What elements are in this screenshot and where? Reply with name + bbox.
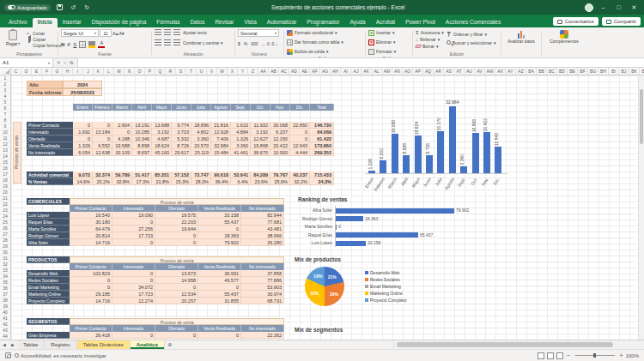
data-cell[interactable]: 6.552 — [93, 142, 112, 149]
data-cell[interactable]: 12.627 — [251, 135, 270, 142]
cell-styles-button[interactable]: Estilos de celda ▾ — [287, 48, 329, 55]
data-cell[interactable]: 52.641 — [231, 171, 251, 178]
col-header[interactable]: Venta Realizada — [198, 263, 241, 270]
prev-sheet-arrow[interactable]: ◀ — [0, 340, 9, 349]
data-cell[interactable]: 25,6% — [270, 178, 290, 185]
column-header[interactable]: BG — [588, 68, 598, 75]
row-header[interactable]: 16 — [0, 165, 10, 171]
column-header[interactable]: AC — [279, 68, 289, 75]
data-cell[interactable]: 24,3% — [310, 178, 334, 185]
data-cell[interactable]: 27.256 — [112, 226, 155, 232]
row-label[interactable]: Email Marketing — [27, 284, 70, 291]
data-cell[interactable]: 13.688 — [152, 122, 172, 129]
column-header[interactable]: D — [21, 68, 32, 75]
maximize-button[interactable]: □ — [613, 4, 624, 10]
minimize-button[interactable]: – — [598, 4, 609, 10]
ribbon-tab-ayuda[interactable]: Ayuda — [344, 18, 370, 28]
row-header[interactable]: 12 — [0, 141, 10, 147]
column-header[interactable]: M — [114, 68, 125, 75]
ribbon-tab-acciones-comerciales[interactable]: Acciones Comerciales — [440, 18, 506, 28]
column-header[interactable]: BA — [526, 68, 537, 75]
data-cell[interactable]: 1.326 — [73, 142, 93, 149]
data-cell[interactable]: 30.068 — [270, 122, 290, 129]
data-cell[interactable]: 146.730 — [310, 122, 334, 129]
data-cell[interactable]: 0 — [112, 129, 132, 135]
column-header[interactable]: L — [104, 68, 114, 75]
data-cell[interactable]: 15.484 — [211, 149, 231, 156]
process-header[interactable]: Proceso de venta — [70, 318, 284, 325]
share-button[interactable]: Compartir — [602, 17, 641, 26]
data-cell[interactable]: 36.991 — [198, 270, 241, 277]
data-cell[interactable]: 18.624 — [152, 142, 172, 149]
column-header[interactable]: BE — [568, 68, 578, 75]
column-header[interactable]: AQ — [423, 68, 434, 75]
decimal-icons[interactable]: ←.0 .0→ — [262, 41, 279, 46]
data-cell[interactable]: 14.716 — [70, 239, 112, 246]
column-header[interactable]: AH — [331, 68, 341, 75]
data-cell[interactable]: 36.670 — [251, 149, 270, 156]
column-header[interactable]: AS — [444, 68, 454, 75]
borders-icon[interactable] — [79, 41, 86, 48]
data-cell[interactable]: 22.203 — [155, 219, 198, 226]
column-header[interactable]: AK — [361, 68, 372, 75]
zoom-out-button[interactable]: − — [566, 352, 569, 359]
row-header[interactable]: 7 — [0, 111, 10, 117]
row-header[interactable]: 6 — [0, 105, 10, 111]
data-cell[interactable]: 12.943 — [290, 142, 310, 149]
row-header[interactable]: 10 — [0, 129, 10, 135]
data-cell[interactable]: 0 — [290, 129, 310, 135]
column-header[interactable]: AD — [289, 68, 300, 75]
month-header[interactable]: Sept. — [231, 104, 251, 111]
data-cell[interactable]: 4.802 — [191, 129, 211, 135]
month-header[interactable]: Nov. — [270, 104, 290, 111]
data-cell[interactable]: 28,3% — [191, 178, 211, 185]
data-cell[interactable]: 1.692 — [73, 129, 93, 135]
data-cell[interactable]: 0 — [198, 284, 241, 291]
page-break-view-icon[interactable] — [556, 352, 563, 359]
col-header[interactable]: Ofertado — [155, 205, 198, 212]
column-header[interactable]: BJ — [619, 68, 629, 75]
undo-icon[interactable]: ↺ — [69, 4, 78, 11]
column-header[interactable]: AE — [300, 68, 310, 75]
column-header[interactable]: BI — [609, 68, 619, 75]
spacer-cell[interactable] — [27, 325, 70, 332]
row-header[interactable]: 18 — [0, 177, 10, 184]
column-header[interactable]: S — [176, 68, 186, 75]
data-cell[interactable]: 18.363 — [198, 232, 241, 239]
data-cell[interactable]: 0 — [155, 232, 198, 239]
data-cell[interactable]: 8.898 — [132, 142, 152, 149]
month-header[interactable]: Junio — [172, 104, 191, 111]
paste-button[interactable]: Pegar▾ — [3, 29, 22, 47]
data-cell[interactable]: 6,4% — [231, 178, 251, 185]
data-cell[interactable]: 0 — [112, 239, 155, 246]
row-header[interactable]: 37 — [0, 292, 10, 298]
column-header[interactable]: AW — [485, 68, 495, 75]
add-sheet-button[interactable]: ⊕ — [165, 340, 175, 349]
data-cell[interactable]: 33.109 — [112, 149, 132, 156]
column-header[interactable]: H — [63, 68, 73, 75]
data-cell[interactable]: 20,2% — [93, 178, 112, 185]
row-header[interactable]: 9 — [0, 123, 10, 129]
row-header[interactable]: 35 — [0, 280, 10, 286]
data-cell[interactable]: 17.723 — [112, 291, 155, 298]
data-cell[interactable]: 9.774 — [172, 122, 191, 129]
fill-button[interactable]: ↓Rellenar ▾ — [416, 36, 444, 42]
data-cell[interactable]: 45.160 — [152, 149, 172, 156]
data-cell[interactable]: 15,3% — [172, 178, 191, 185]
spacer-cell[interactable] — [27, 205, 70, 212]
spacer-cell[interactable] — [27, 263, 70, 270]
conditional-formatting-button[interactable]: Formato condicional ▾ — [287, 29, 337, 36]
data-cell[interactable]: 0 — [290, 135, 310, 142]
column-header[interactable]: AI — [341, 68, 351, 75]
row-header[interactable]: 11 — [0, 135, 10, 141]
ribbon-tab-automatizar[interactable]: Automatizar — [262, 18, 302, 28]
data-cell[interactable]: 18.896 — [191, 122, 211, 129]
data-cell[interactable]: 19.588 — [112, 142, 132, 149]
scrollbar-thumb[interactable] — [640, 89, 643, 144]
cancel-icon[interactable]: ✕ — [57, 60, 61, 65]
sort-filter-button[interactable]: Ordenar y filtrar ▾ — [447, 31, 496, 37]
row-header[interactable]: 13 — [0, 147, 10, 153]
grow-font-button[interactable]: A▴ — [112, 31, 118, 36]
total-header[interactable]: Total — [310, 104, 334, 111]
wrap-text-button[interactable]: Ajustar texto — [183, 30, 207, 35]
